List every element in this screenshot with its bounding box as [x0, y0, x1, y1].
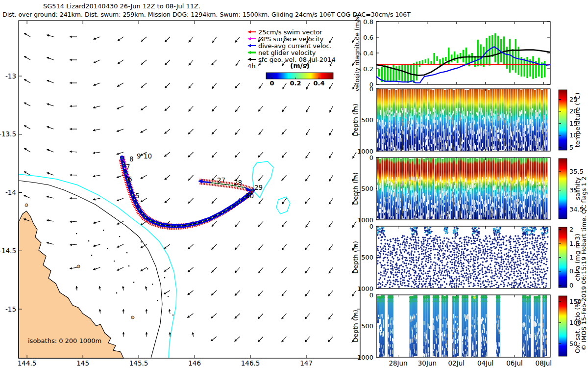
reef-speck	[168, 296, 169, 297]
reef-speck	[128, 265, 129, 266]
reef-speck	[152, 284, 153, 285]
x-tick-label: 02Jul	[448, 359, 465, 367]
legend-item-label: dive-avg current veloc.	[258, 42, 332, 50]
dive-number-label: 9	[137, 152, 141, 160]
colorbar-tick-label: 2	[569, 226, 573, 233]
x-tick-label: 08Jul	[536, 359, 552, 367]
reef-speck	[116, 292, 117, 293]
colorbar-tick-label: 1	[569, 254, 573, 261]
map-y-tick-label: -15	[5, 305, 16, 313]
colorbar-tick-label: 20	[569, 107, 578, 115]
oxygen-plot: 05001000Depth (m)	[352, 291, 550, 362]
map-x-tick-label: 145	[76, 359, 89, 367]
dive-number-label: 28	[234, 179, 242, 186]
map-x-tick-label: 146	[188, 359, 201, 367]
colorbar-tick-label: 5	[569, 144, 573, 151]
colorbar-tick-label: 25	[569, 96, 578, 103]
isobaths-label: isobaths: 0 200 1000m	[28, 337, 101, 344]
dive-number-label: 6	[128, 175, 132, 183]
colorbar-tick-label: 10	[569, 131, 578, 139]
dive-number-label: 30	[245, 192, 254, 200]
temperature-plot: 05001000Depth (m)	[352, 85, 550, 155]
reef-speck	[103, 230, 104, 231]
colorbar-tick-label: 100	[569, 319, 582, 326]
reef-speck	[126, 252, 127, 253]
reef-speck	[107, 248, 108, 249]
colorbar-tick-label: 15	[569, 120, 578, 127]
colorbar-tick-label: 34.5	[569, 206, 584, 213]
dive-number-label: 10	[144, 152, 152, 160]
legend-cbar-title: (m/s)	[290, 62, 309, 70]
colorbar-title: salinity	[574, 177, 581, 200]
colorbar-tick-label: 35.5	[569, 168, 584, 175]
colorbar-tick-label: 0	[569, 282, 573, 289]
legend-item-label: GPS surface velocity	[258, 35, 324, 43]
legend-cbar-tick: 0.4	[313, 79, 324, 87]
x-tick-label: 04Jul	[477, 359, 493, 367]
dive-number-label: 8	[129, 155, 134, 163]
salinity-plot: 05001000Depth (m)	[352, 154, 550, 224]
map-x-tick-label: 144.5	[18, 359, 37, 367]
chl-colorbar: 00.511.52chl-a (mg m-3)	[559, 226, 581, 289]
colorbar-tick-label: 35	[569, 186, 578, 194]
figure-root: SG514 Lizard20140430 26-Jun 12Z to 08-Ju…	[0, 0, 588, 368]
dive-number-label: 5	[135, 192, 140, 200]
map-panel: 567891027282930144.5145145.5146146.5147-…	[0, 0, 372, 368]
reef-speck	[119, 236, 120, 237]
colorbar-title: temperature (°C)	[574, 93, 581, 148]
reef-speck	[164, 277, 165, 278]
islet	[77, 265, 80, 268]
reef-speck	[172, 315, 173, 315]
colorbar-tick-label: 0.5	[569, 267, 580, 275]
map-x-tick-label: 146.5	[241, 359, 260, 367]
salinity-plot-colorbar: 34.53535.5salinity	[559, 158, 584, 219]
legend-duration-label: 4h	[247, 62, 256, 70]
legend-colorbar	[266, 73, 333, 79]
map-y-tick-label: -14.5	[0, 247, 16, 255]
colorbar-tick-label: 1.5	[569, 240, 580, 247]
reef-speck	[147, 268, 148, 269]
velocity-plot: 00.20.40.60.8velocity magnitude (m/s)	[353, 14, 550, 91]
oxygen-plot-colorbar: 50100150Ox. sat. ratio (%)	[559, 296, 582, 356]
islet	[25, 204, 28, 207]
dive-avg-current-line	[376, 47, 550, 83]
reef-speck	[133, 282, 134, 283]
sfc-geo-velocity-line	[376, 50, 550, 76]
legend-cbar-tick: 0.2	[290, 79, 301, 87]
reef-speck	[114, 261, 115, 262]
x-tick-label: 30Jun	[418, 359, 437, 367]
x-tick-label: 06Jul	[506, 359, 522, 367]
chl-scatter	[376, 226, 549, 289]
map-y-tick-label: -13	[5, 72, 16, 80]
reef-speck	[157, 300, 158, 301]
reef-speck	[141, 241, 142, 242]
islet	[131, 316, 134, 319]
legend-cbar-tick: 0	[270, 79, 274, 87]
oxygen-outlier-point	[473, 296, 476, 299]
reef-speck	[76, 233, 77, 234]
imos-watermark: © IMOS 15-Feb-2019 06:15:19 Hobart time.…	[580, 177, 588, 351]
colorbar-title: chl-a (mg m-3)	[574, 234, 581, 281]
reef-speck	[91, 255, 92, 256]
map-y-tick-label: -14	[5, 188, 16, 196]
temperature-plot-colorbar: 510152025temperature (°C)	[559, 90, 581, 151]
reef-speck	[88, 240, 89, 241]
map-x-tick-label: 145.5	[129, 359, 148, 367]
map-x-tick-label: 147	[300, 359, 313, 367]
dive-number-label: 27	[217, 176, 225, 184]
x-tick-label: 28Jun	[389, 359, 407, 367]
map-y-tick-label: -13.5	[0, 130, 16, 138]
colorbar-tick-label: 50	[569, 340, 578, 347]
legend-item-label: 25cm/s swim vector	[258, 28, 322, 36]
dive-number-label: 7	[126, 163, 130, 171]
dive-number-label: 29	[254, 184, 263, 191]
legend-item-label: net glider velocity	[258, 49, 316, 56]
colorbar-tick-label: 150	[569, 298, 582, 305]
colorbar-title: Ox. sat. ratio (%)	[574, 299, 581, 353]
chl-plot: 05001000Depth (m)	[352, 223, 550, 292]
